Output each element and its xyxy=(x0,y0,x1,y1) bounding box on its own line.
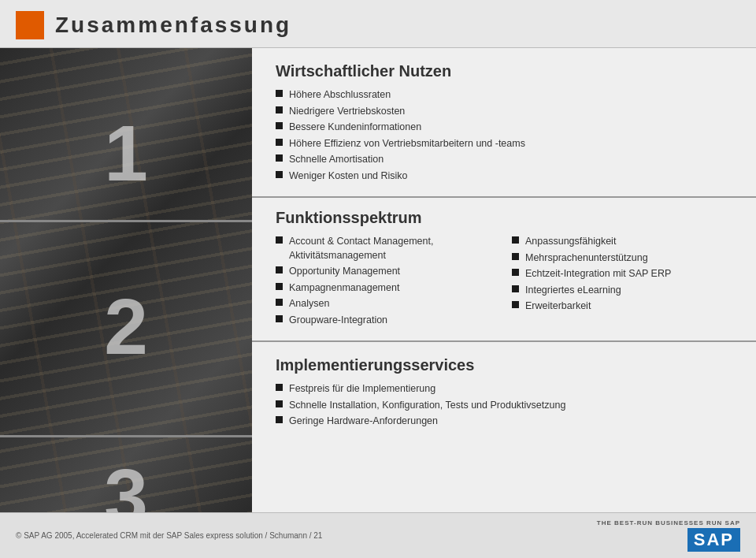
bullet-icon xyxy=(276,139,283,146)
list-item: Account & Contact Management, Aktivitäts… xyxy=(276,235,496,262)
list-item: Integriertes eLearning xyxy=(512,284,732,298)
section-number-1: 1 xyxy=(104,113,148,192)
section2-grid: Account & Contact Management, Aktivitäts… xyxy=(276,235,732,329)
bullet-icon xyxy=(276,236,283,244)
bullet-icon xyxy=(276,400,283,407)
bullet-icon xyxy=(512,269,519,276)
list-item: Erweiterbarkeit xyxy=(512,299,732,314)
sap-logo-label: SAP xyxy=(687,528,740,552)
bullet-icon xyxy=(276,106,283,113)
bullet-icon xyxy=(276,299,283,306)
sap-logo: THE BEST-RUN BUSINESSES RUN SAP SAP xyxy=(597,519,740,552)
section-funktionsspektrum: Funktionsspektrum Account & Contact Mana… xyxy=(252,198,756,342)
footer: © SAP AG 2005, Accelerated CRM mit der S… xyxy=(0,512,756,558)
number-section-3: 3 xyxy=(0,435,252,512)
section2-title: Funktionsspektrum xyxy=(276,209,732,227)
list-item: Höhere Abschlussraten xyxy=(276,88,732,102)
list-item: Echtzeit-Integration mit SAP ERP xyxy=(512,267,732,281)
list-item: Geringe Hardware-Anforderungen xyxy=(276,415,732,429)
list-item: Weniger Kosten und Risiko xyxy=(276,169,732,184)
section1-title: Wirtschaftlicher Nutzen xyxy=(276,62,732,80)
footer-copyright: © SAP AG 2005, Accelerated CRM mit der S… xyxy=(16,531,322,540)
list-item: Kampagnenmanagement xyxy=(276,281,496,296)
section3-title: Implementierungsservices xyxy=(276,356,732,374)
main-content: 1 2 3 Wirtschaftlicher Nutzen xyxy=(0,48,756,512)
photo-column: 1 2 3 xyxy=(0,48,252,512)
bullet-icon xyxy=(512,285,519,292)
number-section-1: 1 xyxy=(0,87,252,218)
section3-bullets: Festpreis für die Implementierung Schnel… xyxy=(276,382,732,429)
list-item: Schnelle Amortisation xyxy=(276,153,732,167)
list-item: Anpassungsfähigkeit xyxy=(512,235,732,249)
list-item: Mehrsprachenunterstützung xyxy=(512,251,732,266)
bullet-icon xyxy=(512,253,519,260)
page-wrapper: Zusammenfassung 1 2 3 xyxy=(0,0,756,558)
section-wirtschaftlicher: Wirtschaftlicher Nutzen Höhere Abschluss… xyxy=(252,48,756,198)
number-section-2: 2 xyxy=(0,220,252,433)
section2-right-bullets: Anpassungsfähigkeit Mehrsprachenunterstü… xyxy=(512,235,732,329)
header: Zusammenfassung xyxy=(0,0,756,48)
list-item: Opportunity Management xyxy=(276,265,496,279)
header-icon xyxy=(16,11,44,39)
bullet-icon xyxy=(276,266,283,273)
list-item: Festpreis für die Implementierung xyxy=(276,382,732,396)
bullet-icon xyxy=(512,301,519,308)
list-item: Niedrigere Vertriebskosten xyxy=(276,105,732,119)
bullet-icon xyxy=(276,154,283,162)
section2-left-bullets: Account & Contact Management, Aktivitäts… xyxy=(276,235,496,329)
list-item: Höhere Effizienz von Vertriebsmitarbeite… xyxy=(276,137,732,151)
section-number-3: 3 xyxy=(104,457,148,513)
list-item: Groupware-Integration xyxy=(276,314,496,328)
bullet-icon xyxy=(276,122,283,129)
section1-bullets: Höhere Abschlussraten Niedrigere Vertrie… xyxy=(276,88,732,183)
section-implementierung: Implementierungsservices Festpreis für d… xyxy=(252,342,756,512)
section-number-2: 2 xyxy=(104,287,148,366)
sap-tagline: THE BEST-RUN BUSINESSES RUN SAP xyxy=(597,519,740,526)
bullet-icon xyxy=(276,416,283,423)
bullet-icon xyxy=(276,90,283,97)
bullet-icon xyxy=(276,315,283,322)
list-item: Schnelle Installation, Konfiguration, Te… xyxy=(276,399,732,413)
list-item: Analysen xyxy=(276,297,496,311)
list-item: Bessere Kundeninformationen xyxy=(276,121,732,135)
bullet-icon xyxy=(276,384,283,391)
bullet-icon xyxy=(276,171,283,178)
bullet-icon xyxy=(276,283,283,290)
content-column: Wirtschaftlicher Nutzen Höhere Abschluss… xyxy=(252,48,756,512)
page-title: Zusammenfassung xyxy=(55,13,291,38)
bullet-icon xyxy=(512,236,519,244)
photo-background: 1 2 3 xyxy=(0,48,252,512)
